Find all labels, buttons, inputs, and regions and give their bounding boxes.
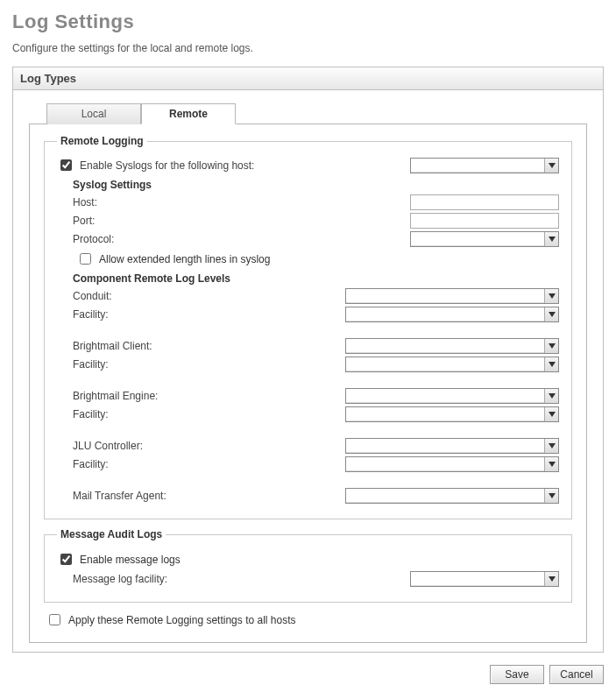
- allow-extended-checkbox[interactable]: [80, 253, 91, 265]
- message-log-facility-select[interactable]: [410, 571, 559, 587]
- jlu-facility-select[interactable]: [345, 456, 559, 472]
- page-title: Log Settings: [12, 11, 604, 33]
- jlu-controller-label: JLU Controller:: [73, 440, 301, 452]
- protocol-select[interactable]: [410, 231, 559, 247]
- tab-remote[interactable]: Remote: [141, 103, 236, 124]
- brightmail-client-facility-label: Facility:: [73, 358, 301, 371]
- brightmail-client-select[interactable]: [345, 338, 559, 354]
- host-input[interactable]: [410, 194, 559, 210]
- footer-buttons: Save Cancel: [12, 665, 604, 684]
- chevron-down-icon: [544, 489, 558, 503]
- host-label: Host:: [73, 196, 301, 208]
- remote-logging-legend: Remote Logging: [57, 135, 147, 147]
- chevron-down-icon: [544, 357, 558, 371]
- remote-logging-fieldset: Remote Logging Enable Syslogs for the fo…: [44, 135, 572, 519]
- port-label: Port:: [73, 215, 301, 227]
- brightmail-engine-facility-select[interactable]: [345, 406, 559, 422]
- syslog-settings-heading: Syslog Settings: [73, 179, 559, 191]
- allow-extended-label: Allow extended length lines in syslog: [99, 253, 270, 265]
- chevron-down-icon: [544, 232, 558, 246]
- conduit-label: Conduit:: [73, 290, 301, 302]
- enable-syslogs-label: Enable Syslogs for the following host:: [80, 159, 254, 172]
- message-audit-fieldset: Message Audit Logs Enable message logs M…: [44, 528, 572, 603]
- component-levels-heading: Component Remote Log Levels: [73, 272, 559, 285]
- chevron-down-icon: [544, 457, 558, 471]
- enable-syslogs-checkbox[interactable]: [60, 159, 72, 171]
- brightmail-engine-label: Brightmail Engine:: [73, 390, 301, 402]
- port-input[interactable]: [410, 213, 559, 229]
- jlu-facility-label: Facility:: [73, 458, 301, 470]
- save-button[interactable]: Save: [490, 665, 544, 684]
- apply-all-hosts-label: Apply these Remote Logging settings to a…: [68, 614, 296, 626]
- brightmail-client-label: Brightmail Client:: [73, 340, 301, 352]
- enable-message-logs-label: Enable message logs: [80, 554, 181, 566]
- brightmail-client-facility-select[interactable]: [345, 357, 559, 372]
- panel-header: Log Types: [13, 67, 603, 90]
- enable-syslogs-host-select[interactable]: [410, 158, 559, 173]
- jlu-controller-select[interactable]: [345, 438, 559, 454]
- brightmail-engine-facility-label: Facility:: [73, 408, 301, 420]
- tab-strip: Local Remote: [46, 103, 587, 124]
- tab-content-remote: Remote Logging Enable Syslogs for the fo…: [29, 124, 587, 643]
- apply-all-hosts-checkbox[interactable]: [49, 614, 60, 625]
- mta-select[interactable]: [345, 488, 559, 504]
- message-audit-legend: Message Audit Logs: [57, 528, 166, 540]
- protocol-label: Protocol:: [73, 233, 301, 245]
- chevron-down-icon: [544, 159, 558, 173]
- message-log-facility-label: Message log facility:: [73, 573, 320, 585]
- conduit-facility-select[interactable]: [345, 307, 559, 322]
- chevron-down-icon: [544, 407, 558, 421]
- mta-label: Mail Transfer Agent:: [73, 490, 301, 502]
- log-types-panel: Log Types Local Remote Remote Logging En…: [12, 67, 604, 653]
- enable-message-logs-checkbox[interactable]: [60, 554, 72, 565]
- chevron-down-icon: [544, 307, 558, 321]
- chevron-down-icon: [544, 289, 558, 303]
- tab-local[interactable]: Local: [46, 103, 141, 124]
- conduit-facility-label: Facility:: [73, 308, 301, 321]
- chevron-down-icon: [544, 572, 558, 586]
- chevron-down-icon: [544, 439, 558, 453]
- brightmail-engine-select[interactable]: [345, 388, 559, 404]
- conduit-select[interactable]: [345, 288, 559, 304]
- page-subtitle: Configure the settings for the local and…: [12, 42, 604, 54]
- chevron-down-icon: [544, 389, 558, 403]
- cancel-button[interactable]: Cancel: [549, 665, 604, 684]
- chevron-down-icon: [544, 339, 558, 353]
